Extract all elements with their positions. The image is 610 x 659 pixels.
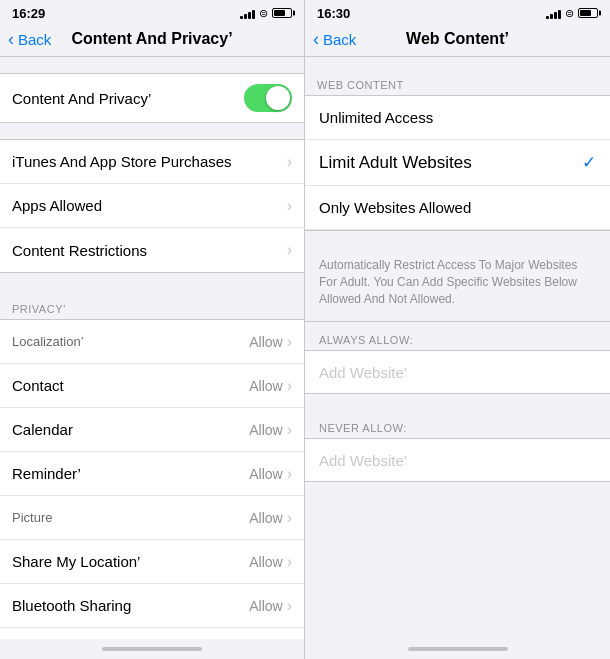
home-bar-left [102, 647, 202, 651]
battery-icon-right [578, 8, 598, 18]
picture-label: Picture [12, 510, 52, 525]
privacy-section-header: PRIVACY’ [0, 289, 304, 319]
calendar-right: Allow › [249, 421, 292, 439]
always-allow-add-row[interactable]: Add Website’ [305, 350, 610, 394]
apps-allowed-item[interactable]: Apps Allowed › [0, 184, 304, 228]
itunes-purchases-label: iTunes And App Store Purchases [12, 153, 232, 170]
time-left: 16:29 [12, 6, 45, 21]
unlimited-access-option[interactable]: Unlimited Access [305, 96, 610, 140]
always-allow-placeholder: Add Website’ [319, 364, 407, 381]
toggle-thumb [266, 86, 290, 110]
never-allow-add-row[interactable]: Add Website’ [305, 438, 610, 482]
contact-item[interactable]: Contact Allow › [0, 364, 304, 408]
share-location-allow: Allow [249, 554, 282, 570]
localization-item[interactable]: Localization’ Allow › [0, 320, 304, 364]
calendar-label: Calendar [12, 421, 73, 438]
share-location-chevron-icon: › [287, 553, 292, 571]
picture-allow: Allow [249, 510, 282, 526]
content-privacy-label: Content And Privacy’ [12, 90, 151, 107]
status-icons-left: ⊜ [240, 7, 292, 20]
main-settings-list: iTunes And App Store Purchases › Apps Al… [0, 139, 304, 273]
bluetooth-sharing-chevron-icon: › [287, 597, 292, 615]
selected-checkmark-icon: ✓ [582, 152, 596, 173]
home-indicator-left [0, 639, 304, 659]
localization-allow: Allow [249, 334, 282, 350]
bluetooth-sharing-allow: Allow [249, 598, 282, 614]
only-websites-allowed-label: Only Websites Allowed [319, 199, 471, 216]
wifi-icon: ⊜ [259, 7, 268, 20]
content-restrictions-chevron-icon: › [287, 241, 292, 259]
apps-allowed-label: Apps Allowed [12, 197, 102, 214]
nav-title-right: Web Content’ [406, 30, 509, 48]
never-allow-placeholder: Add Website’ [319, 452, 407, 469]
back-button-left[interactable]: ‹ Back [8, 29, 51, 50]
itunes-purchases-item[interactable]: iTunes And App Store Purchases › [0, 140, 304, 184]
content-privacy-toggle-row: Content And Privacy’ [0, 73, 304, 123]
content-restrictions-right: › [287, 241, 292, 259]
microphone-item[interactable]: Microphone Allow › [0, 628, 304, 639]
left-panel-content: Content And Privacy’ iTunes And App Stor… [0, 57, 304, 639]
right-panel: 16:30 ⊜ ‹ Back Web Content’ WEB CONTENT [305, 0, 610, 659]
privacy-list: Localization’ Allow › Contact Allow › Ca… [0, 319, 304, 639]
status-icons-right: ⊜ [546, 7, 598, 20]
battery-icon [272, 8, 292, 18]
contact-label: Contact [12, 377, 64, 394]
contact-chevron-icon: › [287, 377, 292, 395]
signal-icon-right [546, 7, 561, 19]
only-websites-allowed-option[interactable]: Only Websites Allowed [305, 186, 610, 230]
back-chevron-left: ‹ [8, 29, 14, 50]
nav-bar-left: ‹ Back Content And Privacy’ [0, 24, 304, 57]
content-privacy-toggle[interactable] [244, 84, 292, 112]
nav-bar-right: ‹ Back Web Content’ [305, 24, 610, 57]
calendar-allow: Allow [249, 422, 282, 438]
content-restrictions-label: Content Restrictions [12, 242, 147, 259]
contact-allow: Allow [249, 378, 282, 394]
reminder-item[interactable]: Reminder’ Allow › [0, 452, 304, 496]
description-box: Automatically Restrict Access To Major W… [305, 247, 610, 322]
localization-chevron-icon: › [287, 333, 292, 351]
time-right: 16:30 [317, 6, 350, 21]
contact-right: Allow › [249, 377, 292, 395]
unlimited-access-label: Unlimited Access [319, 109, 433, 126]
back-label-left: Back [18, 31, 51, 48]
picture-item[interactable]: Picture Allow › [0, 496, 304, 540]
nav-title-left: Content And Privacy’ [71, 30, 232, 48]
reminder-chevron-icon: › [287, 465, 292, 483]
always-allow-header: ALWAYS ALLOW: [305, 322, 610, 350]
content-privacy-item[interactable]: Content And Privacy’ [0, 74, 304, 122]
share-location-right: Allow › [249, 553, 292, 571]
left-panel: 16:29 ⊜ ‹ Back Content And Privacy’ Cont… [0, 0, 305, 659]
reminder-right: Allow › [249, 465, 292, 483]
calendar-chevron-icon: › [287, 421, 292, 439]
apps-allowed-chevron-icon: › [287, 197, 292, 215]
wifi-icon-right: ⊜ [565, 7, 574, 20]
web-content-options-list: Unlimited Access Limit Adult Websites ✓ … [305, 95, 610, 231]
never-allow-header: NEVER ALLOW: [305, 410, 610, 438]
back-chevron-right: ‹ [313, 29, 319, 50]
status-bar-right: 16:30 ⊜ [305, 0, 610, 24]
share-location-item[interactable]: Share My Location’ Allow › [0, 540, 304, 584]
home-indicator-right [305, 639, 610, 659]
picture-right: Allow › [249, 509, 292, 527]
back-button-right[interactable]: ‹ Back [313, 29, 356, 50]
itunes-chevron-icon: › [287, 153, 292, 171]
bluetooth-sharing-item[interactable]: Bluetooth Sharing Allow › [0, 584, 304, 628]
content-restrictions-item[interactable]: Content Restrictions › [0, 228, 304, 272]
calendar-item[interactable]: Calendar Allow › [0, 408, 304, 452]
reminder-label: Reminder’ [12, 465, 81, 482]
share-location-label: Share My Location’ [12, 553, 140, 570]
description-text: Automatically Restrict Access To Major W… [319, 257, 596, 307]
limit-adult-websites-option[interactable]: Limit Adult Websites ✓ [305, 140, 610, 186]
home-bar-right [408, 647, 508, 651]
right-panel-content: WEB CONTENT Unlimited Access Limit Adult… [305, 57, 610, 639]
picture-chevron-icon: › [287, 509, 292, 527]
localization-right: Allow › [249, 333, 292, 351]
status-bar-left: 16:29 ⊜ [0, 0, 304, 24]
signal-icon [240, 7, 255, 19]
reminder-allow: Allow [249, 466, 282, 482]
back-label-right: Back [323, 31, 356, 48]
localization-label: Localization’ [12, 334, 84, 349]
bluetooth-sharing-label: Bluetooth Sharing [12, 597, 131, 614]
bluetooth-sharing-right: Allow › [249, 597, 292, 615]
apps-allowed-right: › [287, 197, 292, 215]
